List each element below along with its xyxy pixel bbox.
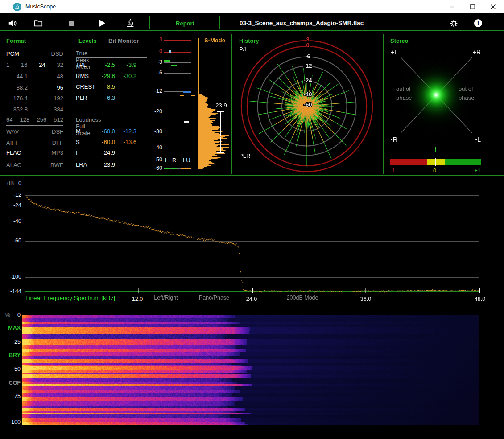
gear-icon: [449, 19, 459, 28]
format-option-352.8: 352.8: [6, 106, 28, 113]
format-row: 176.4192: [6, 94, 63, 103]
levels-row-label-s: S: [76, 139, 80, 145]
spectrogram-y-tick: 25: [4, 339, 21, 345]
out-of-phase-right: out of phase: [459, 85, 481, 103]
correlation-max-label: +1: [464, 167, 481, 174]
format-row: ALACBWF: [6, 160, 63, 169]
levels-value: -60.0: [93, 128, 115, 135]
format-option-128: 128: [20, 116, 30, 123]
levels-value: -13.6: [114, 139, 136, 145]
spectrum-y-tick: -100: [7, 274, 21, 280]
play-button[interactable]: [95, 17, 108, 29]
spectrum-x-tick: 24.0: [242, 296, 261, 302]
meter-r-tick: [171, 168, 177, 169]
levels-value: 23.9: [93, 161, 115, 168]
format-option-44.1: 44.1: [6, 73, 28, 80]
levels-row-label-tpl: TPL: [76, 62, 87, 68]
levels-row-label-m: M: [76, 128, 81, 135]
smode-label: S-Mode: [204, 37, 225, 44]
tab-bit-monitor[interactable]: Bit Monitor: [108, 37, 139, 44]
format-option-dff: DFF: [52, 139, 63, 146]
meter-scale-label: 3: [147, 37, 162, 43]
meter-scale-label: -40: [147, 144, 162, 151]
spectrum-x-tick: 12.0: [128, 296, 147, 302]
report-label: Report: [176, 20, 194, 27]
spectrum-y-tick: -40: [7, 218, 21, 224]
format-row: WAVDSF: [6, 127, 63, 136]
meter-scale-label: -20: [147, 108, 162, 115]
history-ring-label: -40: [304, 91, 312, 98]
spectrogram-y-tick: 100: [4, 419, 21, 425]
info-icon: i: [474, 19, 482, 27]
format-option-dsf: DSF: [52, 128, 63, 135]
format-option-384: 384: [54, 106, 63, 113]
format-row: 64128256512: [6, 115, 63, 124]
meter-scale-line: [164, 40, 191, 41]
label-minus-l: -L: [475, 136, 481, 143]
format-row: 44.148: [6, 72, 63, 81]
close-button[interactable]: [483, 0, 503, 13]
format-separator: [6, 125, 63, 126]
format-option-96: 96: [57, 84, 63, 91]
stop-button[interactable]: [65, 17, 78, 29]
format-option-1: 1: [6, 62, 9, 68]
format-row: 88.296: [6, 83, 63, 92]
lra-range-cap-top: [217, 111, 224, 112]
monitor-button[interactable]: [124, 17, 136, 29]
volume-button[interactable]: [6, 17, 19, 29]
peak-hold-marker: [169, 50, 171, 53]
levels-row-label-plr: PLR: [76, 94, 87, 101]
format-option-mp3: MP3: [51, 149, 63, 156]
lra-range-cap-bottom: [217, 152, 224, 153]
correlation-segment: [427, 159, 445, 165]
format-row: 352.8384: [6, 105, 63, 114]
format-row: AIFFDFF: [6, 138, 63, 147]
spectrum-mode-label[interactable]: Left/Right: [148, 295, 184, 301]
spectrum-y-tick: -24: [7, 202, 21, 209]
format-option-32: 32: [57, 62, 63, 68]
spectrum-mode-label[interactable]: Pano/Phase: [194, 295, 234, 301]
format-option-64: 64: [6, 116, 12, 123]
format-option-wav: WAV: [6, 128, 19, 135]
meter-scale-line: [164, 52, 191, 53]
minimize-button[interactable]: [442, 0, 462, 13]
loudness-history-chart: 30-6-12-24-40-60: [232, 33, 386, 175]
toolbar-separator-2: [219, 16, 220, 29]
spectrum-y-tick: -12: [7, 192, 21, 198]
tab-levels[interactable]: Levels: [78, 37, 96, 44]
settings-button[interactable]: [447, 17, 460, 29]
meter-scale-label: -6: [147, 70, 162, 76]
report-button[interactable]: Report: [169, 17, 201, 29]
spectrogram-y-tick: 50: [4, 366, 21, 372]
format-option-aiff: AIFF: [6, 139, 19, 146]
meter-scale-label: -3: [147, 59, 162, 65]
window-title: MusicScope: [25, 4, 56, 10]
levels-value: 8.5: [93, 83, 115, 90]
meter-label-l: L: [165, 157, 168, 164]
meter-scale-line: [164, 132, 191, 132]
levels-value: -60.0: [93, 139, 115, 145]
spectrum-y-tick: -60: [7, 238, 21, 244]
open-file-button[interactable]: [32, 17, 45, 29]
levels-section-underline: [76, 57, 147, 58]
meter-scale-line: [164, 73, 191, 74]
meter-scale-line: [164, 112, 191, 112]
correlation-segment: [390, 159, 427, 165]
toolbar-separator: [149, 16, 150, 29]
meter-lu-tick: [181, 168, 191, 169]
speaker-icon: [8, 18, 17, 28]
maximize-button[interactable]: [462, 0, 483, 13]
toolbar-underline: [0, 30, 504, 31]
format-option-alac: ALAC: [6, 162, 21, 168]
format-separator: [6, 59, 63, 59]
spectrum-mode-label[interactable]: -200dB Mode: [277, 295, 326, 301]
info-button[interactable]: i: [472, 17, 484, 29]
lra-value-label: 23.9: [213, 102, 229, 109]
correlation-tick: [459, 159, 459, 165]
meter-scale-label: -60: [147, 165, 162, 171]
out-of-phase-left: out of phase: [396, 85, 418, 103]
correlation-meter: [390, 159, 481, 165]
spectrogram-marker-max: MAX: [4, 325, 21, 331]
folder-icon: [33, 18, 43, 28]
meter-scale-line: [164, 62, 191, 63]
